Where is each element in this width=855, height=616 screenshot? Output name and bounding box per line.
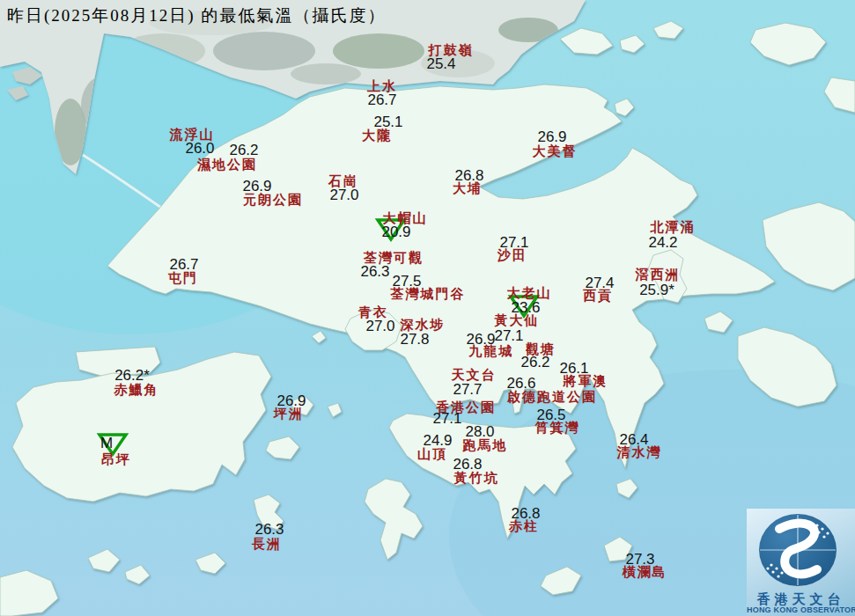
weather-map-page: 昨日(2025年08月12日) 的最低氣溫（攝氏度） 打鼓嶺25.4上水26.7…	[0, 0, 855, 616]
observatory-logo-icon	[747, 509, 855, 590]
station-value: 26.1	[559, 360, 588, 378]
station-value: 26.5	[536, 407, 565, 424]
station-value: 27.7	[453, 381, 482, 399]
station-value: M	[100, 435, 113, 452]
station-value: 26.8	[453, 456, 482, 473]
station-value: 24.2	[648, 234, 677, 252]
station-value: 26.4	[619, 431, 648, 449]
logo-english-name: HONG KONG OBSERVATORY	[747, 605, 855, 614]
station-value: 20.9	[381, 224, 410, 241]
station-value: 27.0	[329, 187, 358, 204]
station-value: 27.0	[365, 318, 394, 335]
station-value: 27.4	[585, 275, 614, 292]
station-value: 26.9	[466, 331, 495, 348]
station-label: 滘西洲	[636, 267, 681, 283]
station-value: 24.9	[423, 432, 452, 450]
station-label: 昂坪	[101, 451, 131, 468]
station-value: 26.9	[276, 392, 306, 410]
station-label: 北潭涌	[651, 219, 696, 236]
station-value: 27.5	[392, 273, 421, 290]
station-value: 26.9	[537, 128, 566, 146]
hko-logo: 香港天文台 HONG KONG OBSERVATORY	[747, 509, 855, 616]
station-value: 26.2	[520, 354, 549, 371]
station-value: 27.8	[400, 331, 429, 348]
station-value: 26.3	[254, 521, 284, 539]
station-value: 26.2*	[114, 367, 150, 385]
station-value: 27.1	[499, 234, 528, 252]
station-value: 25.1	[373, 114, 402, 131]
station-value: 26.6	[506, 375, 535, 392]
station-value: 26.8	[511, 505, 540, 523]
station-value: 25.4	[426, 55, 455, 73]
station-label: 黃大仙	[495, 312, 540, 329]
station-value: 27.3	[625, 551, 654, 568]
map-title: 昨日(2025年08月12日) 的最低氣溫（攝氏度）	[7, 4, 386, 27]
station-value: 26.9	[242, 178, 271, 195]
station-value: 25.9*	[639, 282, 674, 299]
hong-kong-map	[0, 0, 855, 616]
station-value: 26.2	[229, 142, 258, 159]
station-value: 26.7	[169, 256, 198, 274]
station-value: 26.0	[185, 140, 214, 158]
station-value: 28.0	[465, 423, 494, 441]
station-value: 26.7	[367, 92, 396, 109]
station-value: 27.1	[432, 410, 461, 428]
station-value: 26.8	[454, 167, 483, 185]
station-value: 26.3	[360, 263, 389, 281]
